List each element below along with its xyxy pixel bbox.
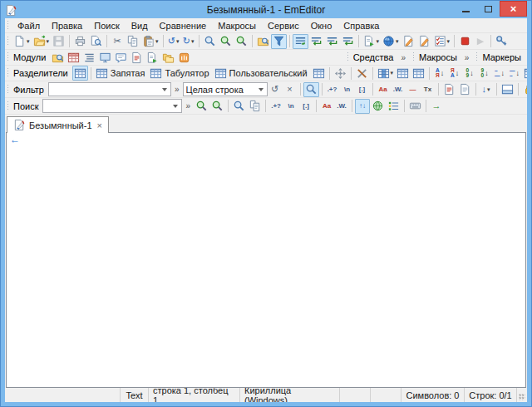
module-snippets-button[interactable] — [113, 50, 129, 65]
separator-tab-button[interactable]: Табулятор — [148, 66, 212, 81]
menu-item-2[interactable]: Правка — [46, 20, 88, 32]
document-config-button[interactable]: ▾ — [362, 34, 382, 49]
menu-item-3[interactable]: Поиск — [88, 20, 125, 32]
module-outline-button[interactable] — [81, 50, 97, 65]
search-char-class-button[interactable]: [.] — [298, 99, 313, 114]
combo-arrow-icon[interactable] — [170, 100, 181, 112]
filter-close-button[interactable]: × — [283, 82, 298, 97]
separator-comma-button[interactable]: Запятая — [94, 66, 149, 81]
new-button[interactable]: ▾ — [12, 34, 32, 49]
close-button[interactable]: × — [500, 1, 527, 17]
select-column-button[interactable]: ▾ — [376, 66, 396, 81]
delete-duplicates-button[interactable] — [522, 66, 527, 81]
search-match-case-button[interactable]: Aa — [319, 99, 334, 114]
encoding-button[interactable]: ▾ — [381, 34, 401, 49]
search-whole-word-button[interactable]: .W. — [334, 99, 349, 114]
sort-number-ascending-button[interactable]: 09↓ — [462, 66, 477, 81]
menu-item-9[interactable]: Справка — [337, 20, 385, 32]
separator-custom-button[interactable]: Пользовательский — [213, 66, 311, 81]
find-previous-button[interactable] — [218, 34, 234, 49]
editor-area[interactable]: ← — [6, 132, 526, 388]
filter-panel-button[interactable] — [500, 82, 515, 97]
select-macro-button[interactable]: ▾ — [432, 34, 452, 49]
edit-macro-button[interactable] — [401, 34, 416, 49]
combo-arrow-icon[interactable] — [255, 83, 267, 96]
paste-button[interactable]: ▾ — [140, 34, 160, 49]
filter-lock-button[interactable] — [521, 82, 527, 97]
menu-item-5[interactable]: Сравнение — [154, 20, 213, 32]
filter-whole-word-button[interactable]: .W. — [391, 82, 406, 97]
filter-match-case-button[interactable]: Aa — [376, 82, 391, 97]
record-macro-button[interactable] — [457, 34, 473, 49]
filter-char-class-button[interactable]: [.] — [355, 82, 370, 97]
menu-item-6[interactable]: Макросы — [212, 20, 262, 32]
filter-document-button[interactable] — [441, 82, 457, 97]
find-in-files-button[interactable] — [255, 34, 271, 49]
search-input[interactable] — [42, 99, 182, 113]
search-previous-button[interactable] — [194, 99, 209, 114]
resize-grip[interactable] — [516, 388, 527, 402]
freeze-columns-button[interactable] — [411, 66, 426, 81]
search-next-button[interactable] — [209, 99, 225, 114]
wrap-by-character-button[interactable] — [308, 34, 324, 49]
wrap-by-page-button[interactable] — [340, 34, 356, 49]
find-next-button[interactable] — [234, 34, 249, 49]
filter-all-documents-button[interactable] — [457, 82, 473, 97]
run-macro-button[interactable]: ▶ — [473, 34, 488, 49]
edit-all-macros-button[interactable] — [416, 34, 432, 49]
sort-za-button[interactable]: ЯА↓ — [447, 66, 462, 81]
filter-negative-button[interactable]: — — [406, 82, 421, 97]
print-button[interactable] — [72, 34, 88, 49]
undo-button[interactable]: ↺▾ — [166, 34, 181, 49]
macros-toolbar-more-button[interactable]: » — [461, 53, 473, 62]
sort-number-descending-button[interactable]: 90↓ — [477, 66, 492, 81]
filter-bookmark-button[interactable]: ↓▾ — [479, 82, 494, 97]
tab-document[interactable]: Безымянный-1 × — [7, 116, 109, 133]
module-explorer-button[interactable] — [50, 50, 66, 65]
search-regex-button[interactable]: .+? — [268, 99, 283, 114]
move-separator-button[interactable] — [332, 66, 348, 81]
menu-item-8[interactable]: Окно — [305, 20, 338, 32]
search-direction-toggle[interactable]: ↑↓ — [355, 99, 370, 114]
separator-none-button[interactable] — [311, 66, 327, 81]
menu-item-7[interactable]: Сервис — [262, 20, 305, 32]
module-validator-button[interactable] — [129, 50, 145, 65]
filter-escape-button[interactable]: \n — [340, 82, 355, 97]
wrap-none-button[interactable] — [293, 34, 308, 49]
combo-arrow-icon[interactable] — [159, 83, 170, 96]
filter-toolbar-toggle[interactable] — [271, 34, 287, 49]
module-open-documents-button[interactable] — [160, 50, 176, 65]
search-ime-button[interactable] — [407, 99, 423, 114]
module-projects-button[interactable] — [97, 50, 113, 65]
module-word-count-button[interactable] — [176, 50, 192, 65]
keyboard-map-button[interactable] — [494, 34, 510, 49]
search-history-button[interactable]: » — [182, 101, 194, 110]
filter-highlight-button[interactable] — [303, 82, 319, 97]
module-web-preview-button[interactable] — [145, 50, 160, 65]
filter-mode-select[interactable]: Целая строка — [183, 82, 268, 96]
copy-button[interactable] — [125, 34, 140, 49]
cut-button[interactable]: ✂ — [110, 34, 125, 49]
open-button[interactable]: ▾ — [32, 34, 52, 49]
filter-refresh-button[interactable]: ↺ — [268, 82, 283, 97]
search-highlight-button[interactable] — [231, 99, 247, 114]
module-html-bar-button[interactable] — [66, 50, 81, 65]
sort-length-ascending-button[interactable]: –—↓ — [492, 66, 507, 81]
separator-default-button[interactable] — [72, 66, 88, 81]
tab-close-icon[interactable]: × — [97, 120, 102, 130]
sort-length-descending-button[interactable]: —–↓ — [507, 66, 522, 81]
search-web-button[interactable] — [370, 99, 386, 114]
minimize-button[interactable] — [455, 1, 477, 17]
tools-toolbar-more-button[interactable]: » — [397, 53, 409, 62]
maximize-button[interactable] — [477, 1, 500, 17]
sort-az-button[interactable]: АЯ↓ — [432, 66, 447, 81]
filter-regex-button[interactable]: .+? — [325, 82, 340, 97]
search-extract-button[interactable] — [247, 99, 263, 114]
search-escape-button[interactable]: \n — [283, 99, 298, 114]
filter-history-button[interactable]: » — [171, 85, 183, 94]
save-button[interactable] — [51, 34, 66, 49]
heading-row-button[interactable] — [395, 66, 411, 81]
redo-button[interactable]: ↻▾ — [181, 34, 196, 49]
convert-csv-button[interactable] — [354, 66, 370, 81]
menu-item-1[interactable]: Файл — [12, 20, 46, 32]
